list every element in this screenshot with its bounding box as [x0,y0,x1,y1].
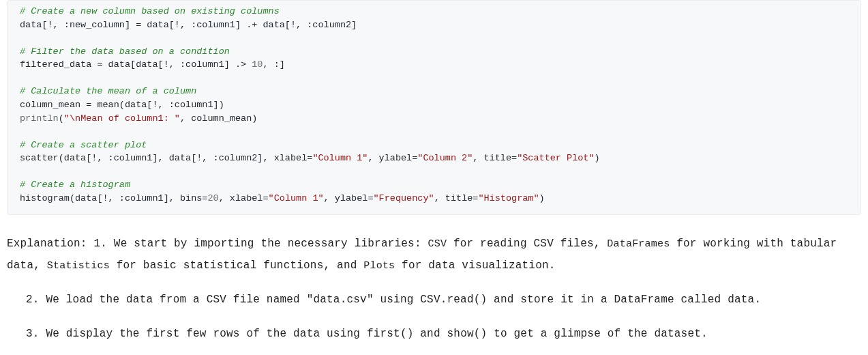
code-line: histogram(data[!, :column1], bins= [20,193,207,203]
text: 3. We display the first few rows of the … [26,328,367,340]
inline-code: Statistics [47,260,110,272]
code-number: 20 [207,193,218,203]
code-block: # Create a new column based on existing … [7,0,861,215]
text: and [414,328,447,340]
inline-code: DataFrames [607,238,670,250]
code-comment: # Calculate the mean of a column [20,86,196,96]
code-line: , xlabel= [219,193,269,203]
code-number: 10 [252,59,263,70]
code-comment: # Create a new column based on existing … [20,6,280,16]
code-line: , title= [434,193,479,203]
code-line: data[!, :new_column] = data[!, :column1]… [20,20,357,30]
text: and store it in a DataFrame called [487,294,728,306]
code-comment: # Create a histogram [20,180,130,190]
code-fn: println [20,113,59,124]
code-line: ) [595,153,600,163]
list-item: 2. We load the data from a CSV file name… [26,289,861,311]
code-line: scatter(data[!, :column1], data[!, :colu… [20,153,312,163]
code-string: "Column 1" [312,153,368,163]
code-comment: # Create a scatter plot [20,140,147,150]
code-line: , :] [263,59,284,70]
explanation-list: 2. We load the data from a CSV file name… [0,289,868,355]
code-line: , title= [473,153,517,163]
code-string: "Scatter Plot" [517,153,594,163]
code-string: "\nMean of column1: " [64,113,180,124]
code-line: filtered_data = data[data[!, :column1] .… [20,59,252,70]
code-line: column_mean = mean(data[!, :column1]) [20,100,224,110]
text: for basic statistical functions, and [110,259,363,272]
code-line: , ylabel= [368,153,417,163]
inline-code: first() [367,328,414,340]
inline-code: show() [447,328,488,340]
code-string: "Frequency" [374,193,434,203]
inline-code: CSV.read() [420,294,487,306]
text: 2. We load the data from a CSV file name… [26,294,420,306]
code-string: "Histogram" [478,193,539,203]
text: to get a glimpse of the dataset. [487,328,707,340]
inline-code: CSV [428,238,447,250]
code-line: , column_mean) [180,113,257,124]
list-item: 3. We display the first few rows of the … [26,323,861,345]
text: for data visualization. [395,259,555,272]
inline-code: data [728,294,754,306]
code-comment: # Filter the data based on a condition [20,46,230,57]
text: for reading CSV files, [447,238,607,250]
inline-code: Plots [363,260,395,272]
code-string: "Column 2" [417,153,473,163]
text: . [754,294,761,306]
code-line: ) [539,193,545,203]
code-line: ( [59,113,64,124]
code-line: , ylabel= [324,193,374,203]
text: Explanation: 1. We start by importing th… [7,238,428,250]
explanation-paragraph: Explanation: 1. We start by importing th… [0,233,868,276]
code-string: "Column 1" [269,193,324,203]
